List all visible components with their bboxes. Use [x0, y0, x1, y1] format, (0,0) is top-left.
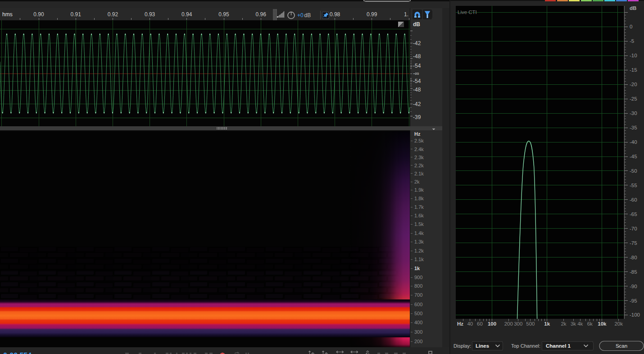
svg-text:-42: -42: [413, 40, 421, 46]
svg-text:-30: -30: [630, 110, 637, 116]
svg-text:-15: -15: [630, 67, 637, 73]
svg-text:1.5k: 1.5k: [414, 221, 424, 227]
svg-text:1.3k: 1.3k: [414, 239, 424, 244]
svg-text:-48: -48: [413, 53, 421, 60]
svg-text:600: 600: [414, 302, 422, 307]
svg-text:1.8k: 1.8k: [414, 196, 424, 201]
svg-text:-39: -39: [413, 114, 421, 120]
svg-text:0.92: 0.92: [108, 11, 118, 18]
svg-text:900: 900: [414, 275, 422, 280]
svg-text:1.1k: 1.1k: [414, 257, 424, 262]
svg-text:0.93: 0.93: [145, 11, 155, 18]
svg-text:1.7k: 1.7k: [414, 204, 424, 210]
svg-text:Scan: Scan: [616, 343, 627, 349]
svg-text:-90: -90: [630, 284, 637, 289]
svg-text:4k: 4k: [577, 321, 583, 326]
svg-text:-42: -42: [413, 101, 421, 107]
svg-text:-5: -5: [630, 38, 634, 44]
svg-text:2k: 2k: [414, 179, 420, 184]
svg-text:Live CTI: Live CTI: [458, 9, 477, 15]
svg-text:Top Channel:: Top Channel:: [511, 343, 540, 349]
svg-text:6k: 6k: [587, 321, 593, 326]
svg-text:-100: -100: [630, 312, 640, 317]
svg-text:40: 40: [467, 321, 473, 326]
svg-text:1k: 1k: [544, 321, 550, 326]
svg-text:dB: dB: [630, 5, 636, 11]
svg-text:Lines: Lines: [476, 343, 489, 349]
svg-text:1k: 1k: [414, 266, 420, 271]
svg-text:-20: -20: [630, 82, 637, 87]
svg-text:0.98: 0.98: [330, 11, 340, 18]
svg-text:Channel 1: Channel 1: [546, 343, 571, 349]
svg-text:500: 500: [526, 321, 535, 326]
svg-text:0:00.554: 0:00.554: [3, 352, 32, 354]
svg-text:300: 300: [514, 321, 522, 326]
svg-text:-35: -35: [630, 125, 637, 130]
svg-text:-70: -70: [630, 226, 637, 231]
svg-text:-25: -25: [630, 96, 637, 101]
svg-text:20k: 20k: [614, 321, 623, 326]
svg-text:1.4k: 1.4k: [414, 230, 424, 236]
svg-text:-80: -80: [630, 255, 637, 260]
svg-text:200: 200: [414, 339, 422, 344]
svg-text:800: 800: [414, 283, 422, 289]
svg-text:Hz: Hz: [414, 131, 421, 137]
svg-text:-54: -54: [413, 63, 421, 69]
svg-text:0.95: 0.95: [218, 11, 229, 18]
svg-text:Hz: Hz: [457, 321, 463, 326]
svg-text:2.4k: 2.4k: [414, 147, 424, 152]
svg-text:1.9k: 1.9k: [414, 187, 424, 193]
svg-text:1.2k: 1.2k: [414, 248, 424, 253]
svg-text:-45: -45: [630, 154, 637, 159]
svg-text:2.5k: 2.5k: [414, 138, 424, 143]
svg-text:100: 100: [488, 321, 496, 326]
svg-text:-60: -60: [630, 197, 637, 202]
svg-text:-54: -54: [413, 78, 421, 84]
svg-text:dB: dB: [304, 12, 311, 18]
svg-text:-75: -75: [630, 240, 637, 246]
svg-text:-65: -65: [630, 211, 637, 217]
svg-text:10k: 10k: [598, 321, 607, 326]
svg-text:200: 200: [504, 321, 513, 326]
svg-text:-85: -85: [630, 269, 637, 275]
svg-text:-10: -10: [630, 53, 637, 58]
svg-text:+0: +0: [297, 12, 304, 18]
svg-text:-55: -55: [630, 183, 637, 188]
svg-text:dB: dB: [413, 21, 420, 28]
svg-text:0.90: 0.90: [33, 11, 44, 18]
svg-text:2.2k: 2.2k: [414, 163, 424, 168]
svg-text:700: 700: [414, 292, 422, 298]
svg-text:300: 300: [414, 329, 422, 335]
svg-text:0: 0: [630, 24, 632, 29]
svg-text:0.99: 0.99: [367, 11, 377, 18]
svg-text:2k: 2k: [561, 321, 566, 326]
svg-text:1.6k: 1.6k: [414, 213, 424, 218]
svg-text:Display:: Display:: [454, 343, 471, 349]
svg-text:0.94: 0.94: [181, 11, 192, 18]
svg-text:-95: -95: [630, 298, 637, 303]
svg-text:2.3k: 2.3k: [414, 155, 424, 160]
svg-text:-48: -48: [413, 87, 421, 93]
svg-text:1.: 1.: [404, 11, 408, 18]
svg-text:-∞: -∞: [413, 70, 419, 77]
svg-text:400: 400: [414, 320, 422, 325]
svg-text:0.96: 0.96: [256, 11, 267, 18]
svg-text:-50: -50: [630, 168, 637, 174]
svg-text:3k: 3k: [571, 321, 576, 326]
svg-text:-40: -40: [630, 139, 637, 145]
svg-text:2.1k: 2.1k: [414, 171, 424, 176]
svg-text:500: 500: [414, 311, 422, 316]
svg-text:60: 60: [477, 321, 483, 326]
svg-text:0.91: 0.91: [71, 11, 82, 18]
svg-text:hms: hms: [2, 11, 13, 18]
